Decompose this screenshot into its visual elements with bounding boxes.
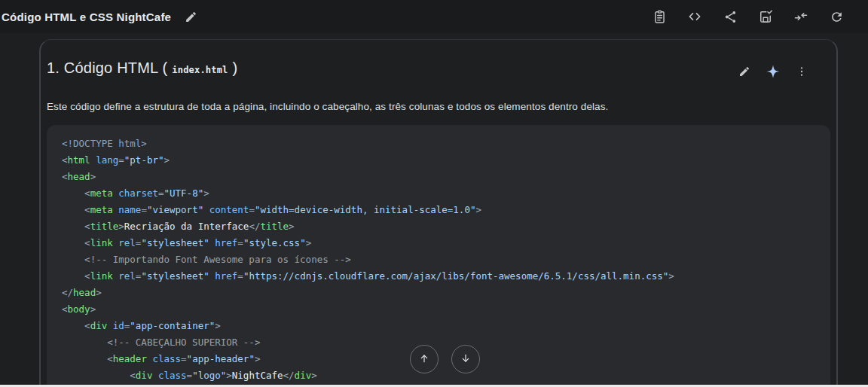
share-icon: [723, 10, 738, 24]
save-button[interactable]: [755, 6, 776, 27]
code-token: =: [141, 204, 147, 215]
rename-title-button[interactable]: [180, 6, 201, 27]
title-area: Código HTML e CSS NightCafe: [2, 6, 201, 27]
code-token: div: [136, 370, 153, 381]
code-token: "UTF-8": [164, 187, 204, 199]
document-panel: 1. Código HTML (index.html) Este código …: [39, 39, 838, 387]
code-token: >: [215, 320, 221, 331]
code-token: =: [158, 187, 164, 199]
code-token: <: [84, 320, 90, 331]
code-token: [62, 270, 84, 282]
code-token: >: [203, 187, 209, 199]
code-token: </: [249, 221, 260, 232]
section-heading-row: 1. Código HTML (index.html): [47, 59, 830, 82]
ai-suggest-button[interactable]: [763, 61, 784, 82]
code-token: "app-header": [187, 353, 255, 364]
code-token: rel: [118, 237, 136, 248]
code-token: title: [260, 221, 289, 232]
code-token: "style.css": [243, 237, 306, 248]
section-description: Este código define a estrutura de toda a…: [47, 101, 830, 112]
code-token: >: [289, 221, 295, 232]
clipboard-icon: [653, 10, 667, 24]
code-token: "app-container": [130, 320, 215, 331]
code-token: >: [226, 370, 232, 381]
collapse-button[interactable]: [790, 6, 811, 27]
code-block: <!DOCTYPE html><html lang="pt-br"><head>…: [47, 125, 830, 387]
more-vertical-icon: [796, 66, 808, 78]
code-token: class: [158, 370, 187, 381]
code-token: name: [118, 204, 141, 215]
code-line: <div class="logo">NightCafe</div>: [62, 367, 830, 384]
collapse-arrows-icon: [793, 9, 808, 24]
heading-actions: [734, 61, 830, 82]
edit-section-button[interactable]: [734, 61, 755, 82]
heading-prefix: 1. Código HTML (: [47, 59, 167, 76]
code-token: <!-- Importando Font Awesome para os íco…: [84, 254, 351, 265]
code-token: [152, 370, 158, 381]
code-token: =: [237, 237, 243, 248]
code-line: <link rel="stylesheet" href="https://cdn…: [62, 268, 830, 285]
code-token: =: [187, 370, 193, 381]
code-token: <: [62, 303, 68, 315]
code-brackets-icon: [687, 9, 702, 24]
view-code-button[interactable]: [684, 6, 705, 27]
code-line: </head>: [62, 285, 830, 301]
refresh-button[interactable]: [826, 6, 847, 27]
code-token: html: [68, 154, 90, 166]
code-token: link: [90, 270, 113, 282]
code-token: </: [283, 370, 295, 381]
code-token: <: [107, 353, 113, 364]
code-token: charset: [118, 187, 158, 199]
code-lines: <!DOCTYPE html><html lang="pt-br"><head>…: [62, 136, 830, 387]
heading-filename: index.html: [172, 65, 228, 75]
section-heading: 1. Código HTML (index.html): [47, 59, 237, 77]
code-token: >: [306, 237, 312, 248]
code-token: meta: [90, 187, 113, 199]
code-line: <html lang="pt-br">: [62, 152, 830, 169]
more-options-button[interactable]: [791, 61, 812, 82]
copy-text-button[interactable]: [649, 6, 670, 27]
code-token: >: [311, 370, 317, 381]
code-token: >: [255, 353, 261, 364]
code-line: <!-- Importando Font Awesome para os íco…: [62, 251, 830, 268]
topbar-actions: [649, 6, 847, 27]
code-token: [62, 370, 130, 381]
code-token: class: [152, 353, 181, 364]
code-token: NightCafe: [232, 370, 283, 381]
code-line: <meta charset="UTF-8">: [62, 185, 830, 202]
code-token: <: [130, 370, 136, 381]
code-token: =: [181, 353, 187, 364]
code-token: head: [73, 287, 96, 298]
code-token: >: [118, 221, 124, 232]
code-token: [62, 320, 84, 331]
code-token: >: [475, 204, 481, 215]
save-check-icon: [758, 9, 773, 24]
scroll-down-button[interactable]: [451, 345, 480, 373]
code-token: [62, 221, 84, 232]
code-token: "logo": [192, 370, 226, 381]
edit-pencil-icon: [738, 66, 750, 78]
code-token: id: [113, 320, 124, 331]
code-token: "stylesheet": [141, 237, 209, 248]
code-token: =: [249, 204, 255, 215]
code-token: "viewport": [147, 204, 203, 215]
code-token: >: [90, 171, 96, 182]
scroll-up-button[interactable]: [410, 345, 439, 373]
code-line: <link rel="stylesheet" href="style.css">: [62, 235, 830, 251]
code-token: >: [96, 287, 102, 298]
code-token: div: [90, 320, 108, 331]
code-token: meta: [90, 204, 113, 215]
code-line: <div id="app-container">: [62, 318, 830, 334]
code-token: >: [668, 270, 674, 282]
code-token: [107, 320, 113, 331]
code-token: "pt-br": [124, 154, 164, 166]
arrow-down-icon: [460, 352, 472, 367]
code-token: Recriação da Interface: [124, 221, 249, 232]
code-token: </: [62, 287, 73, 298]
code-token: <: [84, 270, 90, 282]
share-button[interactable]: [720, 6, 741, 27]
code-line: <meta name="viewport" content="width=dev…: [62, 202, 830, 218]
code-token: =: [118, 154, 124, 166]
code-line: <!-- CABEÇALHO SUPERIOR -->: [62, 334, 830, 351]
code-token: div: [295, 370, 312, 381]
